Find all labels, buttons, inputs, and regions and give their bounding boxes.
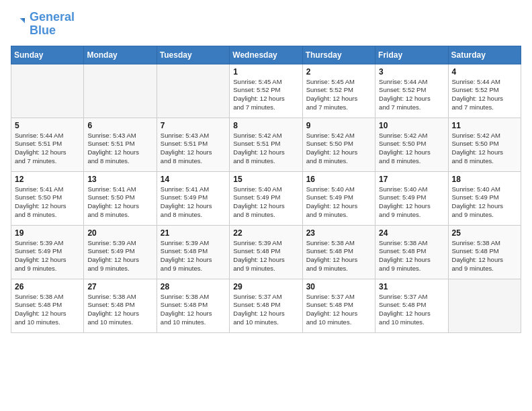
calendar-cell: 21Sunrise: 5:39 AM Sunset: 5:48 PM Dayli… <box>157 225 229 279</box>
calendar-cell: 4Sunrise: 5:44 AM Sunset: 5:52 PM Daylig… <box>448 64 521 118</box>
calendar-cell: 3Sunrise: 5:44 AM Sunset: 5:52 PM Daylig… <box>375 64 448 118</box>
day-info: Sunrise: 5:40 AM Sunset: 5:49 PM Dayligh… <box>379 185 444 220</box>
day-info: Sunrise: 5:41 AM Sunset: 5:50 PM Dayligh… <box>15 185 80 220</box>
day-number: 25 <box>452 228 517 238</box>
day-number: 29 <box>233 282 298 291</box>
calendar-cell: 15Sunrise: 5:40 AM Sunset: 5:49 PM Dayli… <box>230 171 302 225</box>
day-info: Sunrise: 5:45 AM Sunset: 5:52 PM Dayligh… <box>306 78 371 112</box>
day-number: 9 <box>306 121 371 130</box>
day-info: Sunrise: 5:40 AM Sunset: 5:49 PM Dayligh… <box>233 185 298 220</box>
calendar-cell: 10Sunrise: 5:42 AM Sunset: 5:50 PM Dayli… <box>375 118 448 171</box>
logo-blue: Blue <box>30 24 75 38</box>
day-info: Sunrise: 5:45 AM Sunset: 5:52 PM Dayligh… <box>233 78 298 112</box>
day-info: Sunrise: 5:39 AM Sunset: 5:49 PM Dayligh… <box>87 239 152 273</box>
day-info: Sunrise: 5:44 AM Sunset: 5:52 PM Dayligh… <box>379 78 444 112</box>
calendar-cell: 31Sunrise: 5:37 AM Sunset: 5:48 PM Dayli… <box>375 279 448 332</box>
day-info: Sunrise: 5:37 AM Sunset: 5:48 PM Dayligh… <box>233 293 298 327</box>
day-info: Sunrise: 5:38 AM Sunset: 5:48 PM Dayligh… <box>306 239 371 273</box>
logo: General Blue <box>11 11 75 38</box>
weekday-header-thursday: Thursday <box>302 46 375 64</box>
day-info: Sunrise: 5:40 AM Sunset: 5:49 PM Dayligh… <box>306 185 371 220</box>
calendar-cell: 23Sunrise: 5:38 AM Sunset: 5:48 PM Dayli… <box>302 225 375 279</box>
day-number: 18 <box>452 175 517 184</box>
calendar-cell: 12Sunrise: 5:41 AM Sunset: 5:50 PM Dayli… <box>11 171 84 225</box>
header: General Blue <box>11 11 521 38</box>
day-info: Sunrise: 5:37 AM Sunset: 5:48 PM Dayligh… <box>306 293 371 327</box>
day-number: 20 <box>87 228 152 238</box>
day-info: Sunrise: 5:39 AM Sunset: 5:48 PM Dayligh… <box>233 239 298 273</box>
calendar-cell: 6Sunrise: 5:43 AM Sunset: 5:51 PM Daylig… <box>84 118 157 171</box>
calendar-cell: 26Sunrise: 5:38 AM Sunset: 5:48 PM Dayli… <box>11 279 84 332</box>
day-info: Sunrise: 5:38 AM Sunset: 5:48 PM Dayligh… <box>452 239 517 273</box>
calendar-cell: 11Sunrise: 5:42 AM Sunset: 5:50 PM Dayli… <box>448 118 521 171</box>
day-info: Sunrise: 5:42 AM Sunset: 5:50 PM Dayligh… <box>452 132 517 166</box>
day-number: 21 <box>161 228 226 238</box>
day-info: Sunrise: 5:41 AM Sunset: 5:50 PM Dayligh… <box>87 185 152 220</box>
day-number: 19 <box>15 228 80 238</box>
day-number: 22 <box>233 228 298 238</box>
calendar-cell: 19Sunrise: 5:39 AM Sunset: 5:49 PM Dayli… <box>11 225 84 279</box>
day-info: Sunrise: 5:41 AM Sunset: 5:49 PM Dayligh… <box>161 185 226 220</box>
day-info: Sunrise: 5:38 AM Sunset: 5:48 PM Dayligh… <box>87 293 152 327</box>
weekday-header-monday: Monday <box>84 46 157 64</box>
day-number: 15 <box>233 175 298 184</box>
day-info: Sunrise: 5:44 AM Sunset: 5:52 PM Dayligh… <box>452 78 517 112</box>
calendar-week-2: 5Sunrise: 5:44 AM Sunset: 5:51 PM Daylig… <box>11 118 521 171</box>
day-number: 3 <box>379 67 444 77</box>
calendar-week-5: 26Sunrise: 5:38 AM Sunset: 5:48 PM Dayli… <box>11 279 521 332</box>
day-info: Sunrise: 5:38 AM Sunset: 5:48 PM Dayligh… <box>379 239 444 273</box>
day-info: Sunrise: 5:42 AM Sunset: 5:50 PM Dayligh… <box>306 132 371 166</box>
calendar-cell: 22Sunrise: 5:39 AM Sunset: 5:48 PM Dayli… <box>230 225 302 279</box>
calendar-cell <box>157 64 229 118</box>
weekday-header-sunday: Sunday <box>11 46 84 64</box>
calendar-cell: 2Sunrise: 5:45 AM Sunset: 5:52 PM Daylig… <box>302 64 375 118</box>
calendar-cell: 17Sunrise: 5:40 AM Sunset: 5:49 PM Dayli… <box>375 171 448 225</box>
calendar-week-4: 19Sunrise: 5:39 AM Sunset: 5:49 PM Dayli… <box>11 225 521 279</box>
weekday-header-saturday: Saturday <box>448 46 521 64</box>
day-number: 7 <box>161 121 226 130</box>
day-number: 17 <box>379 175 444 184</box>
calendar-cell: 30Sunrise: 5:37 AM Sunset: 5:48 PM Dayli… <box>302 279 375 332</box>
calendar-cell: 18Sunrise: 5:40 AM Sunset: 5:49 PM Dayli… <box>448 171 521 225</box>
day-number: 12 <box>15 175 80 184</box>
calendar-cell: 24Sunrise: 5:38 AM Sunset: 5:48 PM Dayli… <box>375 225 448 279</box>
day-number: 6 <box>87 121 152 130</box>
weekday-header-tuesday: Tuesday <box>157 46 229 64</box>
calendar-cell <box>84 64 157 118</box>
day-number: 14 <box>161 175 226 184</box>
day-number: 27 <box>87 282 152 291</box>
calendar-cell: 5Sunrise: 5:44 AM Sunset: 5:51 PM Daylig… <box>11 118 84 171</box>
calendar-cell: 27Sunrise: 5:38 AM Sunset: 5:48 PM Dayli… <box>84 279 157 332</box>
day-number: 23 <box>306 228 371 238</box>
day-number: 16 <box>306 175 371 184</box>
calendar-cell <box>11 64 84 118</box>
day-number: 30 <box>306 282 371 291</box>
day-number: 13 <box>87 175 152 184</box>
calendar-table: SundayMondayTuesdayWednesdayThursdayFrid… <box>11 46 521 333</box>
day-info: Sunrise: 5:39 AM Sunset: 5:49 PM Dayligh… <box>15 239 80 273</box>
day-number: 2 <box>306 67 371 77</box>
calendar-cell: 9Sunrise: 5:42 AM Sunset: 5:50 PM Daylig… <box>302 118 375 171</box>
day-number: 5 <box>15 121 80 130</box>
day-number: 26 <box>15 282 80 291</box>
day-number: 28 <box>161 282 226 291</box>
calendar-week-3: 12Sunrise: 5:41 AM Sunset: 5:50 PM Dayli… <box>11 171 521 225</box>
weekday-header-wednesday: Wednesday <box>230 46 302 64</box>
day-info: Sunrise: 5:37 AM Sunset: 5:48 PM Dayligh… <box>379 293 444 327</box>
day-info: Sunrise: 5:38 AM Sunset: 5:48 PM Dayligh… <box>15 293 80 327</box>
day-info: Sunrise: 5:42 AM Sunset: 5:51 PM Dayligh… <box>233 132 298 166</box>
day-info: Sunrise: 5:43 AM Sunset: 5:51 PM Dayligh… <box>161 132 226 166</box>
logo-general: General <box>30 11 75 24</box>
logo-icon <box>11 16 27 32</box>
calendar-cell <box>448 279 521 332</box>
day-number: 31 <box>379 282 444 291</box>
weekday-header-friday: Friday <box>375 46 448 64</box>
day-number: 8 <box>233 121 298 130</box>
calendar-week-1: 1Sunrise: 5:45 AM Sunset: 5:52 PM Daylig… <box>11 64 521 118</box>
day-number: 10 <box>379 121 444 130</box>
calendar-cell: 25Sunrise: 5:38 AM Sunset: 5:48 PM Dayli… <box>448 225 521 279</box>
day-number: 24 <box>379 228 444 238</box>
calendar-cell: 8Sunrise: 5:42 AM Sunset: 5:51 PM Daylig… <box>230 118 302 171</box>
day-info: Sunrise: 5:43 AM Sunset: 5:51 PM Dayligh… <box>87 132 152 166</box>
calendar-cell: 1Sunrise: 5:45 AM Sunset: 5:52 PM Daylig… <box>230 64 302 118</box>
